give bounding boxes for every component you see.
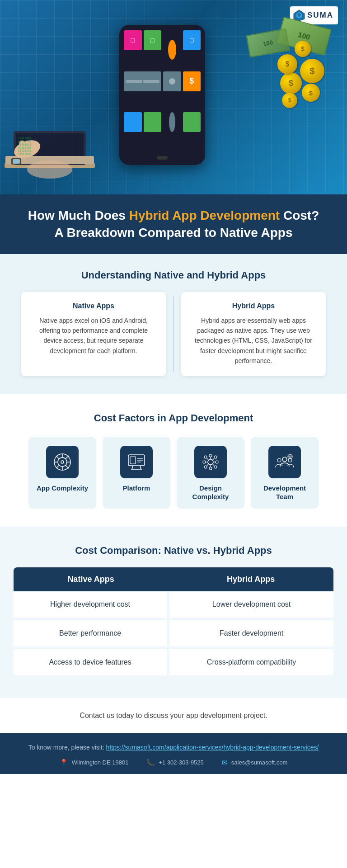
native-row3: Access to device features — [14, 648, 168, 675]
col-native-header: Native Apps — [14, 567, 168, 591]
hybrid-app-card: Hybrid Apps Hybrid apps are essentially … — [181, 292, 326, 376]
factor-platform: Platform — [103, 437, 170, 509]
factors-grid: App Complexity Platform — [14, 437, 333, 509]
svg-rect-10 — [13, 159, 20, 164]
comparison-table: Native Apps Hybrid Apps Higher developme… — [14, 567, 333, 675]
understanding-section: Understanding Native and Hybrid Apps Nat… — [0, 254, 347, 394]
table-row: Higher development cost Lower developmen… — [14, 591, 333, 619]
svg-point-39 — [209, 467, 212, 470]
svg-point-20 — [61, 461, 64, 463]
phone-illustration: □ □ □ $ — [119, 25, 205, 165]
native-row1: Higher development cost — [14, 591, 168, 619]
native-app-body: Native apps excel on iOS and Android, of… — [32, 316, 155, 356]
svg-text:01101101: 01101101 — [18, 140, 31, 143]
hybrid-app-heading: Hybrid Apps — [192, 302, 315, 310]
svg-point-58 — [289, 456, 291, 458]
footer-contacts: 📍 Wilmington DE 19801 📞 +1 302-303-9525 … — [14, 759, 333, 767]
factors-title: Cost Factors in App Development — [14, 412, 333, 424]
svg-line-52 — [213, 458, 214, 460]
svg-point-40 — [203, 461, 206, 463]
email-icon: ✉ — [222, 759, 228, 767]
main-title: How Much Does Hybrid App Development Cos… — [27, 207, 320, 241]
svg-rect-33 — [130, 457, 136, 464]
gear-network-icon — [201, 452, 220, 472]
svg-text:11001011: 11001011 — [18, 143, 31, 146]
footer-prefix: To know more, please visit: — [28, 744, 106, 751]
factor-label-design: Design Complexity — [184, 484, 237, 501]
svg-point-54 — [282, 457, 287, 462]
factor-icon-complexity — [46, 446, 79, 478]
table-row: Access to device features Cross-platform… — [14, 648, 333, 675]
table-row: Better performance Faster development — [14, 619, 333, 648]
title-part1: How Much Does — [28, 208, 129, 222]
phone-icon: 📞 — [146, 759, 155, 767]
factor-icon-team — [268, 446, 301, 478]
svg-point-37 — [208, 459, 213, 465]
hero-coins: 100 100 $ $ $ $ $ $ — [234, 14, 333, 140]
factor-label-complexity: App Complexity — [37, 484, 88, 493]
factor-icon-design — [194, 446, 227, 478]
location-icon: 📍 — [60, 759, 68, 767]
factor-label-platform: Platform — [123, 484, 150, 493]
email-text: sales@sumasoft.com — [231, 759, 287, 766]
factor-app-complexity: App Complexity — [28, 437, 96, 509]
address-text: Wilmington DE 19801 — [72, 759, 129, 766]
app-cards-row: Native Apps Native apps excel on iOS and… — [14, 292, 333, 376]
footer-email: ✉ sales@sumasoft.com — [222, 759, 287, 767]
hybrid-row1: Lower development cost — [168, 591, 333, 619]
footer-address: 📍 Wilmington DE 19801 — [60, 759, 129, 767]
svg-text:10110100: 10110100 — [18, 146, 31, 149]
native-row2: Better performance — [14, 619, 168, 648]
phone-text: +1 302-303-9525 — [159, 759, 203, 766]
col-hybrid-header: Hybrid Apps — [168, 567, 333, 591]
hybrid-app-body: Hybrid apps are essentially web apps pac… — [192, 316, 315, 366]
footer-url[interactable]: https://sumasoft.com/application-service… — [106, 744, 319, 751]
understanding-title: Understanding Native and Hybrid Apps — [14, 269, 333, 281]
svg-point-41 — [216, 461, 218, 463]
svg-line-26 — [66, 465, 69, 468]
hybrid-row2: Faster development — [168, 619, 333, 648]
svg-line-31 — [140, 466, 141, 469]
native-app-heading: Native Apps — [32, 302, 155, 310]
native-app-card: Native Apps Native apps excel on iOS and… — [21, 292, 166, 376]
hero-section: SUMA 10110010 01101101 11001011 10110100… — [0, 0, 347, 194]
svg-point-45 — [204, 466, 207, 468]
svg-point-42 — [204, 456, 207, 458]
factor-dev-team: Development Team — [251, 437, 319, 509]
title-section: How Much Does Hybrid App Development Cos… — [0, 194, 347, 254]
hero-laptop-illustration: 10110010 01101101 11001011 10110100 0110… — [0, 104, 104, 194]
svg-text:11010001: 11010001 — [18, 152, 31, 156]
hybrid-row3: Cross-platform compatibility — [168, 648, 333, 675]
svg-line-51 — [213, 464, 214, 466]
svg-point-17 — [27, 160, 72, 179]
svg-line-30 — [132, 466, 133, 469]
svg-line-28 — [56, 465, 59, 468]
svg-point-38 — [209, 454, 212, 457]
svg-text:10110010: 10110010 — [18, 137, 31, 140]
svg-point-55 — [277, 458, 281, 462]
svg-line-27 — [66, 456, 69, 459]
comparison-title: Cost Comparison: Native vs. Hybrid Apps — [14, 545, 333, 557]
svg-point-43 — [214, 466, 217, 468]
factor-design: Design Complexity — [177, 437, 244, 509]
comparison-section: Cost Comparison: Native vs. Hybrid Apps … — [0, 527, 347, 698]
network-icon — [52, 452, 72, 472]
cost-factors-section: Cost Factors in App Development — [0, 394, 347, 527]
card-divider — [173, 297, 174, 372]
footer: To know more, please visit: https://suma… — [0, 733, 347, 774]
svg-text:01101110: 01101110 — [18, 149, 31, 152]
svg-line-50 — [207, 458, 208, 460]
footer-phone: 📞 +1 302-303-9525 — [146, 759, 203, 767]
monitor-icon — [127, 452, 146, 472]
svg-line-25 — [56, 456, 59, 459]
contact-section: Contact us today to discuss your app dev… — [0, 698, 347, 733]
factor-icon-platform — [120, 446, 153, 478]
svg-line-53 — [207, 464, 208, 466]
factor-label-team: Development Team — [258, 484, 311, 501]
team-icon — [275, 452, 295, 472]
contact-text: Contact us today to discuss your app dev… — [18, 712, 329, 720]
title-highlight: Hybrid App Development — [129, 208, 280, 222]
footer-link-row: To know more, please visit: https://suma… — [14, 743, 333, 751]
svg-point-44 — [214, 456, 217, 458]
